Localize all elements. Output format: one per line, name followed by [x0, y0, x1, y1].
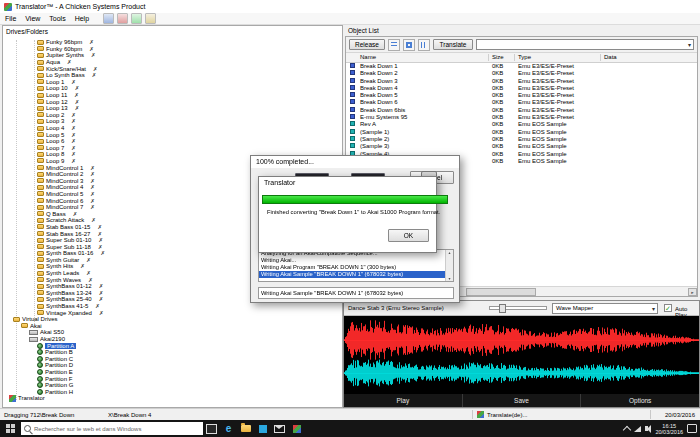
waveform-display[interactable] [344, 316, 699, 394]
column-size[interactable]: Size [492, 54, 504, 60]
tree-folder[interactable]: Loop 1✗ [3, 79, 341, 86]
toolbar-icon-4[interactable] [145, 13, 156, 24]
autoplay-checkbox[interactable]: ✓ [664, 304, 672, 312]
tree-translator[interactable]: Translator [3, 395, 341, 402]
tree-akai[interactable]: Akai [3, 323, 341, 330]
wave-play-button[interactable]: Play [344, 394, 463, 407]
tree-virtual-drive[interactable]: Akai S50 [3, 329, 341, 336]
ok-button[interactable]: OK [388, 229, 429, 242]
x-mark: ✗ [99, 283, 104, 289]
tree-folder[interactable]: Kick/Snare/Hat✗ [3, 65, 341, 72]
scroll-up-icon[interactable]: ▴ [446, 250, 453, 255]
list-view-icon[interactable] [388, 39, 400, 51]
tree-folder[interactable]: Jupiter Synths✗ [3, 52, 341, 59]
tree-virtual-drives[interactable]: Virtual Drives [3, 316, 341, 323]
tree-folder[interactable]: Lo Synth Bass✗ [3, 72, 341, 79]
toolbar-icon-3[interactable] [131, 13, 142, 24]
wave-mapper-select[interactable]: Wave Mapper [552, 303, 658, 314]
translator-taskbar-button[interactable] [288, 420, 305, 437]
translate-button[interactable]: Translate [433, 39, 473, 50]
x-mark: ✗ [75, 85, 80, 91]
object-row[interactable]: Break Down 40KBEmu E3/ES/E-Preset [346, 85, 696, 92]
edge-button[interactable]: e [220, 420, 237, 437]
network-icon[interactable] [634, 426, 641, 432]
volume-icon[interactable] [645, 426, 648, 431]
tree-folder[interactable]: Loop 7✗ [3, 145, 341, 152]
tree-item-label: Super Sub 01-10 [46, 237, 91, 243]
tree-partition[interactable]: Partition C [3, 356, 341, 363]
grid-view-icon[interactable] [403, 39, 415, 51]
object-size: 0KB [492, 114, 503, 121]
tree-partition[interactable]: Partition F [3, 375, 341, 382]
mail-button[interactable] [271, 420, 288, 437]
start-button[interactable] [0, 420, 20, 437]
object-row[interactable]: Rev A0KBEmu EOS Sample [346, 121, 696, 128]
folder-icon [37, 257, 44, 262]
menu-help[interactable]: Help [75, 15, 89, 22]
tree-folder[interactable]: Loop 10✗ [3, 85, 341, 92]
tree-partition[interactable]: Partition H [3, 388, 341, 395]
object-row[interactable]: (Sample 2)0KBEmu EOS Sample [346, 136, 696, 143]
toolbar-icon-1[interactable] [103, 13, 114, 24]
column-name[interactable]: Name [360, 54, 376, 60]
progress-dialog-title: 100% completed... [251, 156, 459, 168]
wave-zoom-slider[interactable] [489, 306, 547, 310]
scrollbar-thumb[interactable] [466, 288, 536, 296]
sample-icon [350, 129, 355, 134]
tree-folder[interactable]: Funky 96bpm✗ [3, 39, 341, 46]
tree-partition[interactable]: Partition A [3, 342, 341, 349]
menu-view[interactable]: View [25, 15, 40, 22]
tree-partition[interactable]: Partition G [3, 382, 341, 389]
column-data[interactable]: Data [604, 54, 617, 60]
tree-folder[interactable]: Loop 5✗ [3, 131, 341, 138]
status-date: 20/03/2016 [665, 412, 695, 418]
scroll-down-icon[interactable]: ▾ [446, 276, 453, 281]
wave-options-button[interactable]: Options [581, 394, 699, 407]
action-center-icon[interactable] [687, 424, 697, 433]
tree-virtual-drive[interactable]: Akai2190 [3, 336, 341, 343]
tree-folder[interactable]: Vintage Xpanded✗ [3, 309, 341, 316]
tree-folder[interactable]: Funky 60bpm✗ [3, 46, 341, 53]
search-input[interactable] [21, 425, 201, 433]
column-view-icon[interactable] [418, 39, 430, 51]
toolbar-icon-2[interactable] [117, 13, 128, 24]
tree-folder[interactable]: Loop 13✗ [3, 105, 341, 112]
log-scrollbar[interactable]: ▴▾ [445, 250, 453, 281]
format-select[interactable] [476, 39, 694, 50]
column-type[interactable]: Type [518, 54, 531, 60]
wave-save-button[interactable]: Save [463, 394, 582, 407]
object-row[interactable]: Break Down 50KBEmu E3/ES/E-Preset [346, 92, 696, 99]
tree-partition[interactable]: Partition D [3, 362, 341, 369]
tree-partition[interactable]: Partition B [3, 349, 341, 356]
file-explorer-button[interactable] [237, 420, 254, 437]
tree-folder[interactable]: Loop 3✗ [3, 118, 341, 125]
tree-folder[interactable]: Loop 12✗ [3, 98, 341, 105]
tree-folder[interactable]: Aqua✗ [3, 59, 341, 66]
task-view-icon [206, 424, 217, 434]
object-row[interactable]: (Sample 3)0KBEmu EOS Sample [346, 143, 696, 150]
tree-item-label: Vintage Xpanded [46, 310, 92, 316]
object-row[interactable]: Break Down 30KBEmu E3/ES/E-Preset [346, 78, 696, 85]
task-view-button[interactable] [203, 420, 220, 437]
tree-folder[interactable]: Loop 2✗ [3, 112, 341, 119]
slider-thumb[interactable] [499, 304, 506, 313]
tree-folder[interactable]: Loop 4✗ [3, 125, 341, 132]
tree-partition[interactable]: Partition E [3, 369, 341, 376]
tree-folder[interactable]: SynthBass 41-5✗ [3, 303, 341, 310]
object-row[interactable]: Break Down 60KBEmu E3/ES/E-Preset [346, 99, 696, 106]
menu-file[interactable]: File [5, 15, 16, 22]
scroll-right-icon[interactable]: ► [688, 288, 697, 296]
store-button[interactable] [254, 420, 271, 437]
object-row[interactable]: E-mu Systems 950KBEmu E3/ES/E-Preset [346, 114, 696, 121]
tree-folder[interactable]: Loop 6✗ [3, 138, 341, 145]
object-row[interactable]: (Sample 1)0KBEmu EOS Sample [346, 129, 696, 136]
object-row[interactable]: Break Down 10KBEmu E3/ES/E-Preset [346, 63, 696, 70]
taskbar-search[interactable] [21, 422, 203, 435]
menu-tools[interactable]: Tools [49, 15, 65, 22]
release-button[interactable]: Release [349, 39, 385, 50]
tray-expand-icon[interactable] [623, 425, 631, 433]
object-row[interactable]: Break Down 20KBEmu E3/ES/E-Preset [346, 70, 696, 77]
taskbar-clock[interactable]: 16:15 20/03/2016 [655, 423, 683, 435]
object-row[interactable]: Break Down 6bis0KBEmu E3/ES/E-Preset [346, 107, 696, 114]
tree-folder[interactable]: Loop 11✗ [3, 92, 341, 99]
